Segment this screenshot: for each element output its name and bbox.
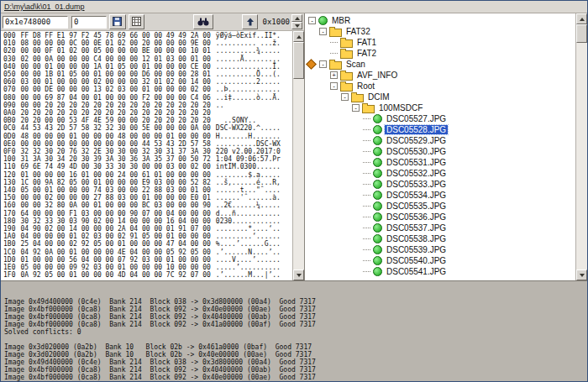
tree-node[interactable]: DSC05529.JPG	[308, 135, 575, 146]
expand-toggle[interactable]: -	[319, 60, 327, 68]
tree-node[interactable]: DSC05538.JPG	[308, 233, 575, 244]
sector-input[interactable]	[71, 16, 107, 29]
hex-row[interactable]: 1D001 00 00 00 56 04 00 00 07 92 03 00 0…	[3, 256, 292, 264]
tree-node[interactable]: +AVF_INFO	[308, 70, 575, 81]
tree-label[interactable]: Scan	[344, 60, 367, 69]
hex-row[interactable]: 09000 00 20 20 20 20 20 20 20 20 20 20 2…	[3, 102, 292, 109]
tree-node[interactable]: -Scan	[308, 59, 575, 70]
tree-label[interactable]: FAT32	[344, 27, 372, 36]
tree-node[interactable]: DSC05532.JPG	[308, 168, 575, 179]
hex-row[interactable]: 03002 00 0A 00 00 00 C4 00 00 00 12 01 0…	[3, 55, 292, 63]
hex-row[interactable]: 1A004 00 00 00 01 02 03 00 02 91 05 00 0…	[3, 233, 292, 240]
spin-down-icon[interactable]	[291, 22, 302, 29]
hex-row[interactable]: 05000 00 1B 01 05 00 01 00 00 00 D6 00 0…	[3, 71, 292, 78]
expand-toggle[interactable]: -	[330, 82, 338, 90]
hex-row[interactable]: 12001 00 00 00 16 01 00 00 24 00 61 01 0…	[3, 171, 292, 179]
tree-label[interactable]: MBR	[330, 16, 352, 25]
tree-node[interactable]: DSC05537.JPG	[308, 222, 575, 233]
goto-button[interactable]	[242, 14, 259, 29]
export-button[interactable]	[129, 14, 145, 29]
hex-row[interactable]: 19004 90 02 00 14 00 00 00 2A 04 00 00 0…	[3, 225, 292, 233]
tree-node[interactable]: DSC05530.JPG	[308, 146, 575, 157]
hex-row[interactable]: 16000 00 32 80 0A 00 01 00 00 00 BC 03 0…	[3, 201, 292, 209]
tree-label[interactable]: DCIM	[366, 92, 391, 102]
tree-node[interactable]: DSC05535.JPG	[308, 201, 575, 212]
hex-row[interactable]: 11069 6E 74 49 4D 00 30 33 30 30 00 00 0…	[3, 163, 292, 170]
hex-row[interactable]: 10031 3A 30 34 20 30 39 3A 30 36 3A 35 3…	[3, 155, 292, 163]
tree-node[interactable]: DSC05540.JPG	[308, 255, 575, 266]
tree-node[interactable]: FAT2	[308, 48, 575, 59]
tree-node[interactable]: -Root	[308, 81, 575, 92]
hex-row[interactable]: 1C004 92 0A 00 01 00 00 00 4E 04 00 00 0…	[3, 249, 292, 256]
hex-row[interactable]: 02000 00 0F 01 02 00 05 00 00 00 BE 00 0…	[3, 47, 292, 55]
tree-node[interactable]: DSC05534.JPG	[308, 190, 575, 201]
tree-label[interactable]: DSC05541.JPG	[385, 267, 448, 276]
file-tree[interactable]: -MBR-FAT32FAT1FAT2-Scan+AVF_INFO-Root-DC…	[305, 13, 575, 280]
find-button[interactable]	[193, 14, 213, 29]
tree-scroll-down-icon[interactable]	[576, 269, 587, 280]
tree-label[interactable]: DSC05534.JPG	[385, 191, 448, 200]
hex-row[interactable]: 0C044 53 43 2D 57 58 32 32 30 00 5E 00 0…	[3, 124, 292, 132]
hex-row[interactable]: 15000 00 02 00 00 00 27 88 03 00 01 00 0…	[3, 194, 292, 201]
hex-row[interactable]: 04000 00 01 00 00 00 1A 01 05 00 01 00 0…	[3, 63, 292, 71]
tree-label[interactable]: FAT2	[355, 49, 378, 58]
address-input[interactable]	[3, 16, 68, 29]
expand-toggle[interactable]: -	[308, 17, 316, 24]
tree-node[interactable]: -DCIM	[308, 92, 575, 102]
tree-label[interactable]: DSC05531.JPG	[385, 158, 448, 167]
hex-row[interactable]: 0B020 20 00 00 53 4F 4E 59 00 00 20 20 2…	[3, 117, 292, 124]
expand-toggle[interactable]: -	[319, 28, 327, 35]
tree-node[interactable]: -FAT32	[308, 26, 575, 37]
log-panel[interactable]: Image 0x49d400000 (0c4e) Bank 214 Block …	[1, 280, 587, 381]
tree-label[interactable]: DSC05532.JPG	[385, 169, 448, 178]
scroll-down-icon[interactable]	[293, 269, 304, 280]
hex-row[interactable]: 14005 00 01 00 00 00 74 03 00 00 22 88 0…	[3, 186, 292, 194]
tree-label[interactable]: DSC05536.JPG	[385, 212, 448, 222]
save-button[interactable]	[109, 14, 126, 29]
hex-row[interactable]: 1E005 00 00 00 09 92 03 00 01 00 00 00 1…	[3, 264, 292, 271]
expand-toggle[interactable]: +	[330, 71, 338, 79]
title-bar[interactable]: D:\my\ad\k\01_01.dump	[1, 1, 587, 13]
hex-row[interactable]: 000FF D8 FF E1 97 F2 45 78 69 66 00 00 4…	[3, 32, 292, 39]
hex-row[interactable]: 18030 32 33 30 03 90 02 00 14 00 00 00 1…	[3, 217, 292, 225]
hex-row[interactable]: 01008 00 00 00 0C 00 0E 01 02 00 20 00 0…	[3, 39, 292, 47]
hex-row[interactable]: 08000 00 69 87 04 00 01 00 00 00 F2 00 0…	[3, 94, 292, 102]
tree-label[interactable]: DSC05538.JPG	[385, 234, 448, 243]
tree-node[interactable]: DSC05531.JPG	[308, 157, 575, 168]
hex-row[interactable]: 0E000 00 00 00 00 00 00 00 00 00 44 53 4…	[3, 140, 292, 148]
scroll-up-icon[interactable]	[293, 31, 304, 42]
tree-scrollbar[interactable]	[575, 13, 587, 280]
tree-label[interactable]: DSC05539.JPG	[385, 245, 448, 254]
tree-label[interactable]: Root	[355, 81, 376, 91]
tree-label[interactable]: DSC05530.JPG	[385, 147, 448, 156]
hex-scrollbar[interactable]	[292, 31, 304, 280]
expand-toggle[interactable]: -	[341, 93, 349, 101]
tree-label[interactable]: DSC05529.JPG	[385, 136, 448, 145]
hex-row[interactable]: 1F00A 92 05 00 01 00 00 00 4D 04 00 00 7…	[3, 271, 292, 279]
hex-row[interactable]: 1301C 00 9A 82 05 00 01 00 00 00 E9 03 0…	[3, 179, 292, 186]
tree-node[interactable]: DSC05527.JPG	[308, 113, 575, 124]
hex-row[interactable]: 17064 00 00 00 F1 03 00 00 00 90 07 00 0…	[3, 210, 292, 217]
hex-row[interactable]: 1B025 04 00 00 02 92 05 00 01 00 00 00 4…	[3, 240, 292, 248]
tree-label[interactable]: DSC05540.JPG	[385, 256, 448, 265]
tree-label[interactable]: DSC05533.JPG	[385, 180, 448, 189]
hex-rows[interactable]: 000FF D8 FF E1 97 F2 45 78 69 66 00 00 4…	[1, 31, 292, 280]
tree-label[interactable]: DSC05528.JPG	[385, 125, 448, 134]
tree-scroll-up-icon[interactable]	[576, 13, 587, 24]
hex-row[interactable]: 0F032 32 30 20 76 32 2E 30 30 00 32 30 3…	[3, 148, 292, 155]
tree-node[interactable]: DSC05536.JPG	[308, 212, 575, 222]
hex-scroll-thumb[interactable]	[293, 42, 304, 79]
tree-node[interactable]: DSC05528.JPG	[308, 124, 575, 135]
tree-scroll-thumb[interactable]	[576, 24, 587, 43]
tree-node[interactable]: -100MSDCF	[308, 102, 575, 113]
tree-node[interactable]: FAT1	[308, 37, 575, 48]
tree-label[interactable]: DSC05535.JPG	[385, 201, 448, 211]
tree-node[interactable]: DSC05533.JPG	[308, 179, 575, 190]
tree-label[interactable]: DSC05537.JPG	[385, 223, 448, 233]
hex-row[interactable]: 07000 00 DE 00 00 00 13 02 03 00 01 00 0…	[3, 86, 292, 93]
tree-label[interactable]: FAT1	[355, 38, 378, 47]
tree-node[interactable]: DSC05539.JPG	[308, 244, 575, 255]
tree-label[interactable]: DSC05527.JPG	[385, 114, 448, 123]
tree-label[interactable]: AVF_INFO	[355, 71, 399, 80]
hex-row[interactable]: 0A020 20 20 20 20 20 20 20 20 20 20 20 2…	[3, 109, 292, 117]
